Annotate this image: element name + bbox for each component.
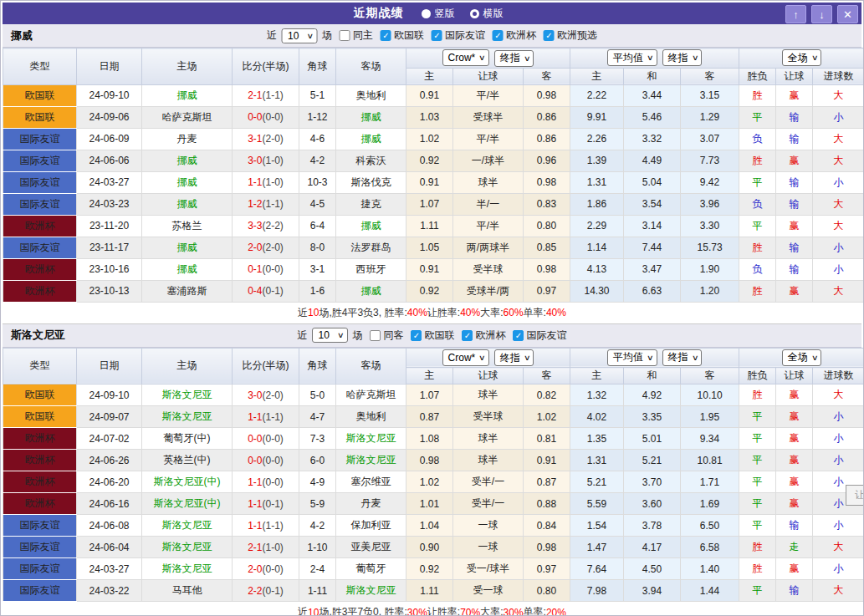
header-dropdown[interactable]: 终指∨ — [494, 349, 534, 366]
avg-draw-odds: 4.50 — [624, 558, 681, 580]
header-dropdown[interactable]: 终指∨ — [494, 50, 534, 67]
crow-away-odds: 1.02 — [524, 406, 570, 428]
full-time-score: 3-3 — [248, 220, 262, 232]
avg-away-odds: 6.58 — [681, 537, 739, 558]
full-time-score: 0-0 — [248, 455, 262, 466]
chevron-down-icon: ∨ — [337, 331, 345, 339]
close-button[interactable]: ✕ — [837, 5, 858, 23]
header-dropdown[interactable]: Crow*∨ — [442, 349, 489, 366]
crow-away-odds: 0.98 — [524, 258, 570, 280]
league-cell: 国际友谊 — [3, 150, 77, 171]
crow-handicap: 受半/一 — [453, 493, 524, 515]
avg-draw-odds: 5.21 — [624, 450, 681, 471]
league-filter-checkbox[interactable]: ✓ — [411, 330, 422, 341]
crow-home-odds: 0.91 — [406, 171, 453, 193]
league-filter-checkbox[interactable]: ✓ — [381, 30, 391, 41]
avg-home-odds: 1.39 — [570, 150, 624, 171]
avg-draw-odds: 3.94 — [624, 580, 681, 602]
avg-draw-odds: 4.49 — [624, 150, 681, 171]
away-team-cell: 西班牙 — [336, 258, 406, 280]
home-team-cell: 斯洛文尼亚(中) — [142, 493, 233, 515]
corner-cell: 10-3 — [299, 171, 336, 193]
crow-handicap: 一球 — [453, 515, 524, 537]
league-filter-checkbox[interactable]: ✓ — [493, 30, 504, 41]
corner-cell: 4-6 — [299, 128, 336, 150]
table-row: 国际友谊24-06-08斯洛文尼亚1-1(1-1)4-2保加利亚1.04一球0.… — [3, 515, 864, 537]
column-header: 比分(半场) — [233, 348, 299, 384]
home-team-cell: 塞浦路斯 — [142, 280, 233, 302]
half-time-score: (1-1) — [263, 411, 284, 423]
header-dropdown[interactable]: 平均值∨ — [607, 349, 657, 366]
result-goals: 小 — [813, 406, 864, 428]
recent-count-select-value: 10 — [288, 30, 299, 42]
header-dropdown[interactable]: 全场∨ — [782, 349, 822, 366]
crow-away-odds: 0.97 — [524, 558, 570, 580]
league-cell: 欧国联 — [3, 84, 77, 106]
result-win-draw-loss: 胜 — [739, 150, 776, 171]
avg-away-odds: 1.95 — [681, 406, 739, 428]
result-win-draw-loss: 平 — [739, 428, 776, 450]
half-time-score: (0-1) — [263, 285, 284, 297]
sub-column-header: 主 — [406, 368, 453, 384]
header-dropdown[interactable]: 终指∨ — [662, 349, 703, 366]
summary-segment: 场,胜3平7负0, 胜率: — [319, 605, 406, 616]
table-row: 欧洲杯23-10-13塞浦路斯0-4(0-1)1-6挪威0.92受球半/两0.9… — [3, 280, 864, 302]
score-cell: 3-1(2-0) — [233, 128, 299, 150]
away-team-cell: 斯洛文尼亚 — [336, 450, 406, 471]
half-time-score: (0-0) — [263, 433, 284, 445]
result-handicap: 走 — [776, 537, 813, 558]
header-dropdown[interactable]: 全场∨ — [782, 49, 822, 66]
sub-column-header: 和 — [624, 68, 681, 84]
avg-home-odds: 5.21 — [570, 471, 624, 493]
crow-home-odds: 1.04 — [406, 515, 453, 537]
result-handicap: 赢 — [776, 428, 813, 450]
move-up-button[interactable]: ↑ — [785, 5, 806, 23]
score-cell: 1-2(1-1) — [233, 193, 299, 215]
chevron-down-icon: ∨ — [524, 354, 531, 362]
crow-handicap: 受球半 — [453, 106, 524, 128]
away-team-cell: 奥地利 — [336, 84, 406, 106]
chevron-down-icon: ∨ — [478, 354, 486, 362]
full-time-score: 2-0 — [248, 563, 262, 575]
move-down-button[interactable]: ↓ — [811, 5, 832, 23]
crow-handicap: 一球 — [453, 537, 524, 558]
away-team-cell: 挪威 — [336, 215, 406, 237]
table-row: 国际友谊24-03-23挪威1-2(1-1)4-5捷克1.07半/一0.831.… — [3, 193, 864, 215]
header-dropdown[interactable]: 终指∨ — [662, 49, 703, 66]
half-time-score: (0-1) — [263, 585, 284, 597]
summary-segment: 40% — [407, 307, 427, 318]
header-dropdown-value: 终指 — [500, 351, 520, 365]
avg-away-odds: 1.44 — [681, 580, 739, 602]
header-dropdown[interactable]: Crow*∨ — [442, 49, 489, 66]
league-filter-checkbox[interactable]: ✓ — [462, 330, 473, 341]
header-dropdown[interactable]: 平均值∨ — [607, 49, 657, 66]
away-team-cell: 斯洛伐克 — [336, 171, 406, 193]
crow-handicap: 受半球 — [453, 258, 524, 280]
summary-segment: 30% — [504, 607, 524, 616]
away-team-cell: 保加利亚 — [336, 515, 406, 537]
recent-count-select[interactable]: 10∨ — [312, 328, 349, 343]
header-dropdown-value: Crow* — [448, 352, 476, 364]
avg-away-odds: 3.15 — [681, 84, 739, 106]
table-row: 欧洲杯24-06-26英格兰(中)0-0(0-0)6-0斯洛文尼亚0.98球半0… — [3, 450, 864, 471]
radio-vertical-layout[interactable]: 竖版 — [422, 7, 455, 21]
same-venue-checkbox[interactable] — [370, 330, 381, 341]
header-row-groups: 类型日期主场比分(半场)角球客场Crow*∨终指∨平均值∨终指∨全场∨ — [3, 348, 864, 368]
recent-count-select[interactable]: 10∨ — [281, 28, 318, 43]
header-dropdown-value: 终指 — [668, 51, 688, 65]
same-venue-checkbox[interactable] — [340, 30, 350, 41]
filter-controls: 近10∨场同主✓欧国联✓国际友谊✓欧洲杯✓欧洲预选 — [265, 24, 599, 47]
league-filter-checkbox[interactable]: ✓ — [544, 30, 555, 41]
summary-segment: 大率: — [480, 605, 503, 616]
date-cell: 24-06-06 — [77, 150, 142, 171]
avg-draw-odds: 4.17 — [624, 537, 681, 558]
crow-handicap: 平/半 — [453, 84, 524, 106]
summary-segment: 20% — [546, 607, 566, 616]
avg-home-odds: 7.98 — [570, 580, 624, 602]
result-win-draw-loss: 平 — [739, 450, 776, 471]
score-cell: 1-1(0-1) — [233, 493, 299, 515]
radio-horizontal-layout[interactable]: 横版 — [470, 7, 504, 21]
avg-away-odds: 1.29 — [681, 106, 739, 128]
league-filter-checkbox[interactable]: ✓ — [432, 30, 442, 41]
league-filter-checkbox[interactable]: ✓ — [513, 330, 524, 341]
